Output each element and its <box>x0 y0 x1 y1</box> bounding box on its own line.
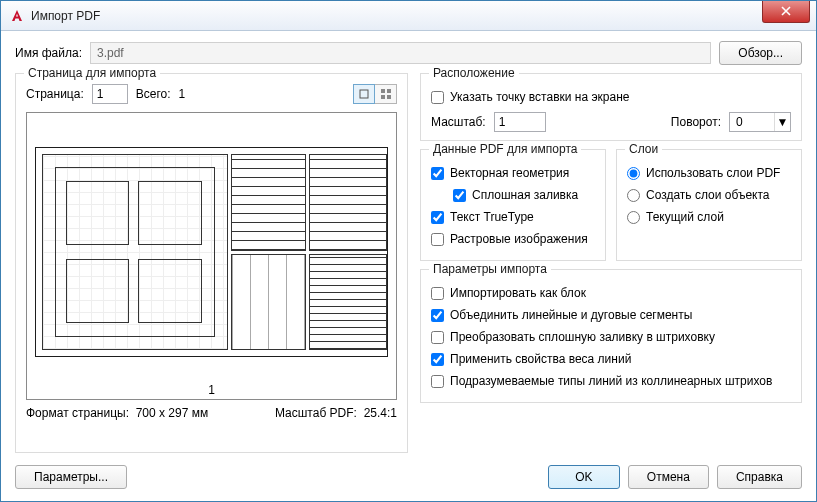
options-button[interactable]: Параметры... <box>15 465 127 489</box>
layers-group: Слои Использовать слои PDF Создать слои … <box>616 149 802 261</box>
as-block-checkbox[interactable] <box>431 287 444 300</box>
convert-fill-label[interactable]: Преобразовать сплошную заливку в штрихов… <box>450 330 715 344</box>
scale-label: Масштаб: <box>431 115 486 129</box>
grid-view-button[interactable] <box>375 84 397 104</box>
pdf-data-legend: Данные PDF для импорта <box>429 142 581 156</box>
page-label: Страница: <box>26 87 84 101</box>
page-select-row: Страница: Всего: 1 <box>26 84 397 104</box>
total-label: Всего: <box>136 87 171 101</box>
chevron-down-icon: ▼ <box>774 113 790 131</box>
dialog-window: Импорт PDF Имя файла: 3.pdf Обзор... Стр… <box>0 0 817 502</box>
help-button[interactable]: Справка <box>717 465 802 489</box>
location-group: Расположение Указать точку вставки на эк… <box>420 73 802 141</box>
titleblock-cell <box>309 254 387 351</box>
scale-input[interactable] <box>494 112 546 132</box>
layers-pdf-radio[interactable] <box>627 167 640 180</box>
floorplan-cell <box>42 154 228 350</box>
specify-onscreen-label[interactable]: Указать точку вставки на экране <box>450 90 629 104</box>
join-segments-label[interactable]: Объединить линейные и дуговые сегменты <box>450 308 692 322</box>
schedule-cell-1 <box>231 154 306 251</box>
convert-fill-checkbox[interactable] <box>431 331 444 344</box>
pdf-data-group: Данные PDF для импорта Векторная геометр… <box>420 149 606 261</box>
view-toggle <box>353 84 397 104</box>
drawing-thumbnail <box>35 147 388 357</box>
infer-linetypes-label[interactable]: Подразумеваемые типы линий из коллинеарн… <box>450 374 772 388</box>
import-options-group: Параметры импорта Импортировать как блок… <box>420 269 802 403</box>
location-legend: Расположение <box>429 66 519 80</box>
pdf-scale: Масштаб PDF: 25.4:1 <box>275 406 397 420</box>
close-button[interactable] <box>762 1 810 23</box>
truetype-checkbox[interactable] <box>431 211 444 224</box>
single-view-button[interactable] <box>353 84 375 104</box>
infer-linetypes-checkbox[interactable] <box>431 375 444 388</box>
truetype-label[interactable]: Текст TrueType <box>450 210 534 224</box>
raster-label[interactable]: Растровые изображения <box>450 232 588 246</box>
detail-cell <box>231 254 306 351</box>
layers-legend: Слои <box>625 142 662 156</box>
button-row: Параметры... OK Отмена Справка <box>15 461 802 489</box>
window-title: Импорт PDF <box>31 9 100 23</box>
as-block-label[interactable]: Импортировать как блок <box>450 286 586 300</box>
import-options-legend: Параметры импорта <box>429 262 551 276</box>
svg-rect-2 <box>387 89 391 93</box>
total-value: 1 <box>179 87 186 101</box>
apply-lineweight-label[interactable]: Применить свойства веса линий <box>450 352 631 366</box>
layers-current-label[interactable]: Текущий слой <box>646 210 724 224</box>
app-icon <box>9 8 25 24</box>
vector-geometry-checkbox[interactable] <box>431 167 444 180</box>
page-import-group: Страница для импорта Страница: Всего: 1 <box>15 73 408 453</box>
layers-current-radio[interactable] <box>627 211 640 224</box>
solid-fill-label[interactable]: Сплошная заливка <box>472 188 578 202</box>
join-segments-checkbox[interactable] <box>431 309 444 322</box>
layers-pdf-label[interactable]: Использовать слои PDF <box>646 166 780 180</box>
page-footer: Формат страницы: 700 x 297 мм Масштаб PD… <box>26 400 397 420</box>
rotation-label: Поворот: <box>671 115 721 129</box>
preview-box: 1 <box>26 112 397 400</box>
page-size: Формат страницы: 700 x 297 мм <box>26 406 208 420</box>
page-import-legend: Страница для импорта <box>24 66 160 80</box>
rotation-dropdown[interactable]: 0 ▼ <box>729 112 791 132</box>
ok-button[interactable]: OK <box>548 465 620 489</box>
specify-onscreen-checkbox[interactable] <box>431 91 444 104</box>
titlebar: Импорт PDF <box>1 1 816 31</box>
solid-fill-checkbox[interactable] <box>453 189 466 202</box>
vector-geometry-label[interactable]: Векторная геометрия <box>450 166 569 180</box>
file-row: Имя файла: 3.pdf Обзор... <box>15 41 802 65</box>
preview-inner <box>27 113 396 377</box>
apply-lineweight-checkbox[interactable] <box>431 353 444 366</box>
raster-checkbox[interactable] <box>431 233 444 246</box>
preview-page-number: 1 <box>27 377 396 399</box>
filename-field: 3.pdf <box>90 42 711 64</box>
page-input[interactable] <box>92 84 128 104</box>
filename-value: 3.pdf <box>97 46 124 60</box>
filename-label: Имя файла: <box>15 46 82 60</box>
svg-rect-3 <box>381 95 385 99</box>
svg-rect-1 <box>381 89 385 93</box>
content: Имя файла: 3.pdf Обзор... Страница для и… <box>1 31 816 501</box>
svg-rect-4 <box>387 95 391 99</box>
cancel-button[interactable]: Отмена <box>628 465 709 489</box>
layers-object-label[interactable]: Создать слои объекта <box>646 188 770 202</box>
schedule-cell-2 <box>309 154 387 251</box>
svg-rect-0 <box>360 90 368 98</box>
rotation-value: 0 <box>730 115 774 129</box>
browse-button[interactable]: Обзор... <box>719 41 802 65</box>
layers-object-radio[interactable] <box>627 189 640 202</box>
